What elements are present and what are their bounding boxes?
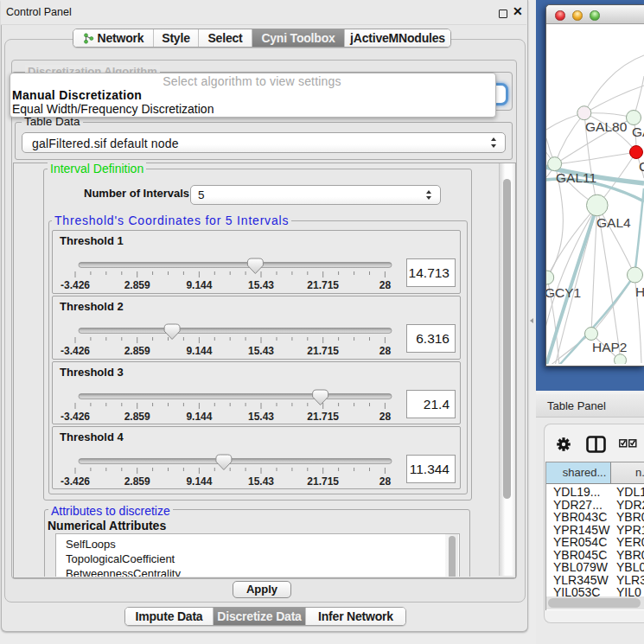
svg-text:-3.426: -3.426 [61,345,90,357]
svg-text:GCY1: GCY1 [546,285,581,300]
svg-text:GAL3: GAL3 [632,124,644,139]
svg-text:C: C [639,159,644,174]
svg-text:2.859: 2.859 [124,411,150,423]
svg-text:2.859: 2.859 [124,475,150,488]
svg-text:9.144: 9.144 [186,411,212,423]
svg-text:15.43: 15.43 [248,345,274,357]
svg-text:15.43: 15.43 [248,279,274,291]
svg-text:15.43: 15.43 [248,475,274,488]
svg-text:21.715: 21.715 [307,475,339,488]
svg-text:GAL4: GAL4 [596,215,631,230]
svg-text:9.144: 9.144 [186,475,212,488]
svg-text:-3.426: -3.426 [61,475,90,488]
svg-text:GAL80: GAL80 [585,119,628,134]
svg-text:-3.426: -3.426 [61,279,90,291]
svg-text:28: 28 [379,475,392,488]
svg-text:15.43: 15.43 [248,411,274,423]
svg-text:28: 28 [379,279,392,291]
svg-text:-3.426: -3.426 [61,411,90,423]
svg-text:21.715: 21.715 [307,279,339,291]
svg-text:9.144: 9.144 [186,345,212,357]
svg-text:9.144: 9.144 [186,279,212,291]
svg-text:HA: HA [635,284,644,299]
svg-text:GAL11: GAL11 [556,170,596,185]
svg-text:21.715: 21.715 [307,345,339,357]
svg-text:28: 28 [379,345,392,357]
svg-text:21.715: 21.715 [307,411,339,423]
svg-text:2.859: 2.859 [124,279,150,291]
svg-text:HAP2: HAP2 [592,340,628,354]
svg-text:2.859: 2.859 [124,345,150,357]
svg-text:28: 28 [379,411,392,423]
